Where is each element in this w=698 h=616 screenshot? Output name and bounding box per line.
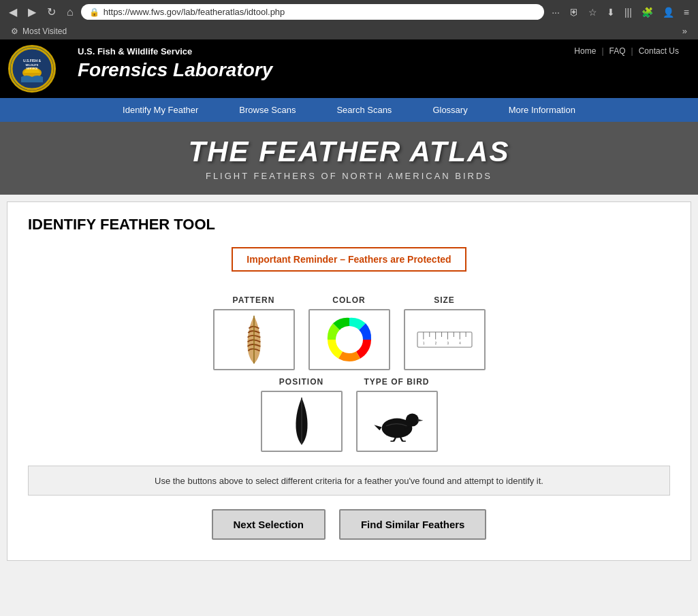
svg-point-6	[336, 326, 363, 353]
position-label: POSITION	[279, 377, 323, 387]
url-text: https://www.fws.gov/lab/featheratlas/idt…	[104, 7, 537, 17]
library-button[interactable]: |||	[621, 5, 635, 20]
back-button[interactable]: ◀	[5, 4, 20, 20]
header-text-area: U.S. Fish & Wildlife Service Forensics L…	[64, 39, 555, 98]
home-link[interactable]: Home	[569, 46, 601, 56]
browser-chrome: ◀ ▶ ↻ ⌂ 🔒 https://www.fws.gov/lab/feathe…	[0, 0, 698, 39]
menu-button[interactable]: ≡	[680, 5, 693, 20]
profile-button[interactable]: 👤	[659, 5, 678, 20]
tool-title: IDENTIFY FEATHER TOOL	[28, 216, 670, 233]
site-header: U.S.FISH & WILDLIFE SERVICE U.S. Fish & …	[0, 39, 698, 98]
button-row: Next Selection Find Similar Feathers	[28, 509, 670, 540]
refresh-button[interactable]: ↻	[44, 4, 59, 20]
settings-icon: ⚙	[11, 27, 18, 36]
color-wheel-icon	[326, 316, 373, 363]
pattern-box[interactable]	[213, 309, 295, 370]
svg-text:U.S.FISH &: U.S.FISH &	[23, 59, 42, 63]
star-button[interactable]: ☆	[585, 5, 601, 20]
feather-pattern-icon	[237, 312, 271, 367]
svg-text:SERVICE: SERVICE	[26, 67, 38, 70]
reminder-box: Important Reminder – Feathers are Protec…	[232, 247, 466, 272]
size-item: SIZE	[404, 295, 486, 370]
contact-link[interactable]: Contact Us	[633, 46, 684, 56]
faq-link[interactable]: FAQ	[604, 46, 631, 56]
forward-button[interactable]: ▶	[25, 4, 39, 20]
banner-subtitle: FLIGHT FEATHERS OF NORTH AMERICAN BIRDS	[14, 171, 684, 181]
agency-logo: U.S.FISH & WILDLIFE SERVICE	[8, 45, 56, 93]
address-bar[interactable]: 🔒 https://www.fws.gov/lab/featheratlas/i…	[81, 4, 545, 20]
instruction-area: Use the buttons above to select differen…	[28, 466, 670, 496]
criteria-row-2: POSITION TYPE OF BIRD	[261, 377, 438, 452]
bird-type-item: TYPE OF BIRD	[356, 377, 438, 452]
security-icon: 🔒	[89, 7, 99, 17]
shield-button[interactable]: ⛨	[566, 5, 582, 20]
criteria-row-1: PATTERN	[213, 295, 486, 370]
instruction-text: Use the buttons above to select differen…	[155, 476, 543, 486]
position-box[interactable]	[261, 391, 343, 452]
position-item: POSITION	[261, 377, 343, 452]
color-item: COLOR	[308, 295, 390, 370]
bird-type-label: TYPE OF BIRD	[364, 377, 429, 387]
pattern-label: PATTERN	[233, 295, 275, 305]
main-nav: Identify My Feather Browse Scans Search …	[0, 98, 698, 122]
most-visited-bookmark[interactable]: Most Visited	[22, 27, 67, 36]
chevron-right-icon[interactable]: »	[682, 26, 687, 36]
addons-button[interactable]: 🧩	[638, 5, 656, 20]
criteria-section: PATTERN	[28, 295, 670, 452]
nav-identify[interactable]: Identify My Feather	[102, 98, 219, 122]
ruler-icon: 1 2 3 4	[414, 326, 475, 353]
browser-icons: ··· ⛨ ☆ ⬇ ||| 🧩 👤 ≡	[548, 5, 693, 20]
page-wrapper: U.S.FISH & WILDLIFE SERVICE U.S. Fish & …	[0, 39, 698, 616]
banner-title: THE FEATHER ATLAS	[14, 135, 684, 168]
nav-search[interactable]: Search Scans	[316, 98, 412, 122]
next-selection-button[interactable]: Next Selection	[212, 509, 326, 540]
home-button[interactable]: ⌂	[63, 5, 77, 20]
bird-type-box[interactable]	[356, 391, 438, 452]
lab-title: Forensics Laboratory	[78, 59, 541, 81]
more-button[interactable]: ···	[548, 5, 563, 20]
feather-atlas-banner: THE FEATHER ATLAS FLIGHT FEATHERS OF NOR…	[0, 122, 698, 195]
size-box[interactable]: 1 2 3 4	[404, 309, 486, 370]
pattern-item: PATTERN	[213, 295, 295, 370]
nav-more-info[interactable]: More Information	[488, 98, 596, 122]
logo-area: U.S.FISH & WILDLIFE SERVICE	[0, 39, 64, 98]
size-label: SIZE	[434, 295, 455, 305]
feather-position-icon	[285, 396, 319, 447]
download-button[interactable]: ⬇	[603, 5, 618, 20]
find-similar-button[interactable]: Find Similar Feathers	[339, 509, 487, 540]
svg-rect-7	[417, 332, 472, 347]
main-content: IDENTIFY FEATHER TOOL Important Reminder…	[7, 201, 691, 561]
nav-browse[interactable]: Browse Scans	[219, 98, 316, 122]
bird-silhouette-icon	[370, 401, 424, 442]
color-box[interactable]	[308, 309, 390, 370]
nav-glossary[interactable]: Glossary	[412, 98, 488, 122]
agency-name: U.S. Fish & Wildlife Service	[78, 46, 541, 56]
color-label: COLOR	[332, 295, 365, 305]
header-links: Home | FAQ | Contact Us	[555, 39, 698, 98]
